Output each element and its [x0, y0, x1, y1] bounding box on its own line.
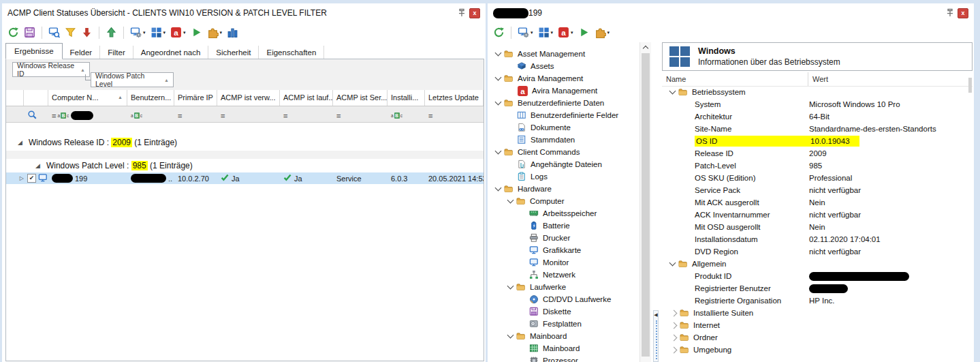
info-row-internet[interactable]: Internet: [662, 319, 973, 331]
toolbar-avira-icon[interactable]: a▾: [169, 26, 187, 39]
tree-item-batterie[interactable]: Batterie: [520, 220, 570, 232]
tree-item-cd-dvd-laufwerke[interactable]: CD/DVD Laufwerke: [520, 293, 611, 305]
toolbar-grid-icon[interactable]: ▾: [149, 26, 168, 39]
toolbar-puzzle-icon[interactable]: ▾: [206, 26, 224, 39]
tree-item-dokumente[interactable]: Dokumente: [508, 121, 571, 134]
filter-cell[interactable]: =aBc: [48, 106, 127, 122]
filter-cell[interactable]: aBc: [127, 106, 174, 122]
tree-scrollbar[interactable]: [639, 42, 651, 362]
tab-filter[interactable]: Filter: [100, 46, 133, 59]
column-header-empty[interactable]: [6, 90, 24, 106]
pin-icon[interactable]: [457, 8, 467, 18]
group-expand-icon[interactable]: ◢: [18, 139, 22, 146]
toolbar-play-icon[interactable]: [577, 26, 591, 39]
column-header-letztes-update[interactable]: Letztes Update: [425, 90, 484, 106]
tree-item-assets[interactable]: Assets: [508, 60, 554, 72]
toolbar-save-icon[interactable]: [22, 26, 37, 39]
tree-item-logs[interactable]: Logs: [508, 170, 548, 183]
chevron-right-icon[interactable]: [671, 346, 678, 353]
toolbar-monitor-gear-icon[interactable]: ▾: [516, 26, 535, 39]
scrollbar-thumb[interactable]: [968, 78, 972, 93]
tree-item-festplatten[interactable]: Festplatten: [520, 318, 582, 330]
chevron-down-icon[interactable]: [507, 332, 514, 339]
tree-item-avira-management[interactable]: aAvira Management: [508, 85, 597, 97]
chevron-down-icon[interactable]: ▾: [143, 30, 146, 35]
pin-icon[interactable]: [945, 8, 955, 18]
tree-item-diskette[interactable]: Diskette: [520, 305, 571, 318]
toolbar-arrow-down-icon[interactable]: [80, 26, 94, 39]
info-scrollbar[interactable]: [968, 74, 973, 362]
group-expand-icon[interactable]: ◢: [35, 162, 40, 169]
tree-item-mainboard[interactable]: Mainboard: [508, 330, 567, 342]
column-header-acmp-ist-lauf-[interactable]: ACMP ist lauf...: [280, 90, 333, 106]
toolbar-avira-icon[interactable]: a▾: [556, 26, 575, 39]
filter-cell[interactable]: [6, 106, 24, 122]
toolbar-monitor-gear-icon[interactable]: ▾: [129, 26, 147, 39]
info-row-installierte-suiten[interactable]: Installierte Suiten: [662, 307, 973, 319]
chevron-down-icon[interactable]: ▾: [183, 30, 186, 35]
chevron-down-icon[interactable]: [507, 283, 514, 290]
row-checkbox[interactable]: ✔: [27, 174, 36, 183]
info-row-umgebung[interactable]: Umgebung: [662, 344, 973, 356]
tab-angeordnet-nach[interactable]: Angeordnet nach: [133, 46, 209, 59]
tab-sicherheit[interactable]: Sicherheit: [208, 46, 259, 59]
chevron-down-icon[interactable]: [669, 260, 676, 267]
tree-item-avira-management[interactable]: Avira Management: [496, 72, 583, 85]
tree-item-benutzerdefinierte-felder[interactable]: Benutzerdefinierte Felder: [508, 109, 618, 121]
chevron-down-icon[interactable]: [495, 99, 502, 106]
info-row-allgemein[interactable]: Allgemein: [662, 258, 973, 270]
column-header-benutzern-[interactable]: Benutzern...: [127, 90, 174, 106]
toolbar-arrow-up-icon[interactable]: [104, 26, 118, 39]
tree-item-benutzerdefinierte-daten[interactable]: Benutzerdefinierte Daten: [496, 97, 604, 109]
info-row-ordner[interactable]: Ordner: [662, 331, 973, 344]
tab-ergebnisse[interactable]: Ergebnisse: [5, 43, 63, 59]
chevron-down-icon[interactable]: [495, 185, 502, 192]
chevron-down-icon[interactable]: ▾: [531, 30, 533, 35]
tree-item-monitor[interactable]: Monitor: [520, 256, 569, 269]
filter-cell[interactable]: =: [174, 106, 217, 122]
tree-item-prozessor[interactable]: Prozessor: [520, 355, 578, 362]
toolbar-puzzle-icon[interactable]: ▾: [593, 26, 612, 39]
chevron-down-icon[interactable]: ▾: [220, 30, 223, 35]
chevron-down-icon[interactable]: [495, 148, 502, 155]
tab-eigenschaften[interactable]: Eigenschaften: [259, 46, 324, 59]
toolbar-monitor-search-icon[interactable]: [47, 26, 61, 39]
tree-item-client-commands[interactable]: Client Commands: [496, 146, 580, 158]
filter-cell[interactable]: =: [333, 106, 388, 122]
info-value-column-header[interactable]: Wert: [808, 72, 973, 86]
toolbar-chart-icon[interactable]: [225, 26, 240, 39]
splitter-collapse-handle[interactable]: ◀: [653, 310, 659, 362]
filter-cell[interactable]: aBc: [388, 106, 425, 122]
tree-item-angehängte-dateien[interactable]: Angehängte Dateien: [508, 158, 602, 170]
toolbar-refresh-icon[interactable]: [492, 26, 506, 39]
tree-item-mainboard[interactable]: Mainboard: [520, 342, 580, 355]
toolbar-play-icon[interactable]: [189, 26, 204, 39]
column-header-acmp-ist-verw-[interactable]: ACMP ist verw...: [217, 90, 280, 106]
tab-felder[interactable]: Felder: [63, 46, 101, 59]
filter-cell[interactable]: =: [425, 106, 484, 122]
column-header-empty[interactable]: [24, 90, 48, 106]
chevron-right-icon[interactable]: [671, 322, 678, 329]
group-row-release-id[interactable]: ◢ Windows Release ID : 2009 (1 Einträge): [6, 134, 484, 151]
toolbar-refresh-icon[interactable]: [6, 26, 20, 39]
chevron-down-icon[interactable]: [495, 50, 502, 57]
scrollbar-thumb[interactable]: [642, 53, 650, 357]
chevron-down-icon[interactable]: [669, 88, 676, 95]
tree-item-asset-management[interactable]: Asset Management: [496, 48, 585, 60]
tree-item-arbeitsspeicher[interactable]: Arbeitsspeicher: [520, 207, 597, 220]
chevron-down-icon[interactable]: ▾: [551, 30, 554, 35]
close-icon[interactable]: x: [958, 8, 968, 18]
tree-item-drucker[interactable]: Drucker: [520, 232, 570, 244]
filter-cell[interactable]: =: [280, 106, 333, 122]
chevron-down-icon[interactable]: [507, 197, 514, 204]
chevron-down-icon[interactable]: ▾: [607, 30, 610, 35]
scroll-up-button[interactable]: [640, 42, 651, 52]
column-header-computer-n-[interactable]: Computer N...▲: [48, 90, 127, 106]
chevron-down-icon[interactable]: ▾: [163, 30, 166, 35]
filter-cell[interactable]: [24, 106, 48, 122]
tree-item-hardware[interactable]: Hardware: [496, 183, 552, 195]
tree-item-computer[interactable]: Computer: [508, 195, 565, 207]
info-row-betriebssystem[interactable]: Betriebssystem: [662, 86, 973, 98]
tree-item-netzwerk[interactable]: Netzwerk: [520, 269, 575, 281]
chevron-right-icon[interactable]: [671, 310, 678, 316]
